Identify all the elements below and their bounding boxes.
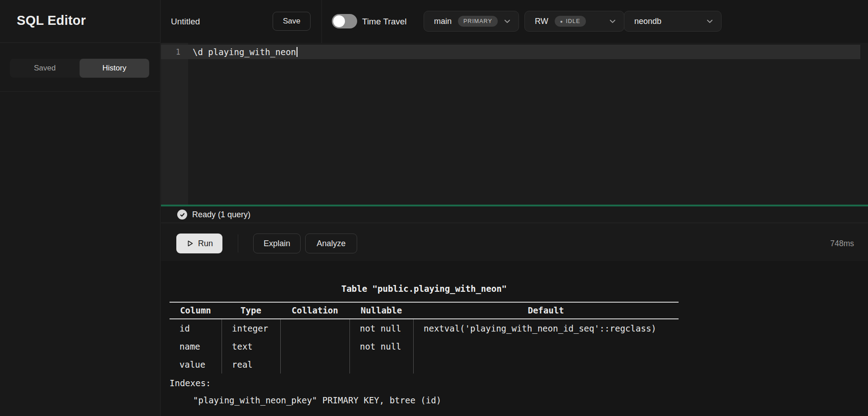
text-cursor (297, 47, 297, 57)
run-label: Run (198, 239, 213, 248)
time-travel-label: Time Travel (362, 0, 407, 43)
result-table-title: Table "public.playing_with_neon" (170, 282, 679, 295)
status-bar: Ready (1 query) (161, 206, 868, 223)
sql-editor-app: SQL Editor Saved History Untitled Save T… (0, 0, 868, 416)
table-cell: name (170, 337, 222, 355)
sidebar-divider (0, 91, 160, 92)
table-cell: nextval('playing_with_neon_id_seq'::regc… (413, 319, 679, 337)
column-header: Default (413, 303, 679, 318)
result-table-header: Column Type Collation Nullable Default (170, 302, 679, 319)
table-cell (413, 337, 679, 355)
table-cell: value (170, 355, 222, 374)
topbar: Untitled Save Time Travel main PRIMARY R… (161, 0, 868, 43)
compute-status: IDLE (566, 18, 580, 24)
database-name: neondb (634, 17, 661, 26)
code-editor[interactable]: 1 \d playing_with_neon (161, 43, 868, 205)
toolbar-divider (238, 234, 238, 252)
line-number: 1 (161, 45, 188, 59)
chevron-down-icon (503, 17, 511, 25)
toggle-knob (333, 15, 345, 27)
compute-status-badge: ●IDLE (555, 16, 586, 27)
page-title: SQL Editor (17, 13, 86, 28)
run-button[interactable]: Run (176, 234, 222, 253)
analyze-button[interactable]: Analyze (305, 234, 357, 253)
topbar-divider (321, 0, 322, 43)
results-panel: Table "public.playing_with_neon" Column … (161, 261, 868, 416)
table-cell (349, 355, 413, 374)
query-duration: 748ms (830, 234, 854, 253)
save-button[interactable]: Save (273, 12, 311, 31)
sidebar: SQL Editor Saved History (0, 0, 160, 416)
status-text: Ready (1 query) (192, 206, 250, 223)
time-travel-toggle[interactable] (332, 14, 357, 28)
code-text: \d playing_with_neon (193, 47, 296, 57)
table-cell: real (222, 355, 280, 374)
branch-primary-badge: PRIMARY (458, 16, 498, 27)
branch-name: main (434, 17, 452, 26)
editor-gutter (161, 43, 188, 205)
branch-select[interactable]: main PRIMARY (424, 11, 519, 32)
saved-history-tabs: Saved History (10, 59, 149, 78)
explain-button[interactable]: Explain (253, 234, 301, 253)
editor-active-line: 1 \d playing_with_neon (161, 45, 860, 59)
table-cell: not null (349, 337, 413, 355)
column-header: Type (222, 303, 280, 318)
chevron-down-icon (706, 17, 714, 25)
sidebar-header: SQL Editor (0, 0, 160, 43)
idle-dot-icon: ● (560, 19, 563, 24)
query-name: Untitled (171, 0, 200, 43)
play-icon (186, 239, 194, 248)
chevron-down-icon (609, 17, 617, 25)
table-cell: integer (222, 319, 280, 337)
table-cell: text (222, 337, 280, 355)
table-cell: id (170, 319, 222, 337)
table-cell (280, 319, 349, 337)
database-select[interactable]: neondb (624, 11, 722, 32)
table-cell (280, 355, 349, 374)
column-header: Collation (280, 303, 349, 318)
compute-name: RW (535, 17, 548, 26)
query-toolbar: Run Explain Analyze 748ms (161, 223, 868, 261)
indexes-label: Indexes: (170, 376, 211, 390)
tab-saved[interactable]: Saved (10, 59, 80, 78)
table-cell (280, 337, 349, 355)
table-cell: not null (349, 319, 413, 337)
check-circle-icon (177, 210, 187, 220)
result-table-body: id integer not null nextval('playing_wit… (170, 319, 679, 374)
column-header: Nullable (349, 303, 413, 318)
tab-history[interactable]: History (80, 59, 149, 78)
main-panel: Untitled Save Time Travel main PRIMARY R… (161, 0, 868, 416)
code-line: \d playing_with_neon (193, 45, 297, 59)
index-entry: "playing_with_neon_pkey" PRIMARY KEY, bt… (170, 393, 441, 407)
column-header: Column (170, 303, 222, 318)
compute-select[interactable]: RW ●IDLE (524, 11, 624, 32)
table-cell (413, 355, 679, 374)
